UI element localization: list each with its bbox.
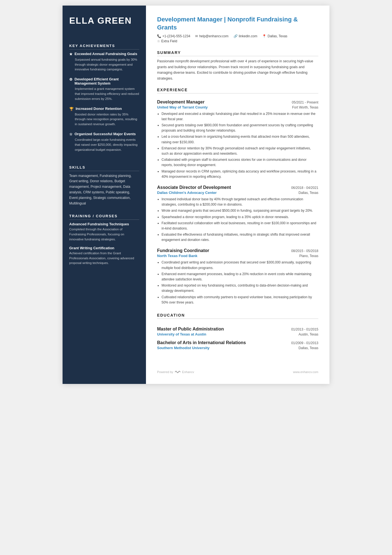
website: www.enhancv.com [293,370,318,374]
exp-org-2: Dallas Children's Advocacy Center [157,191,217,195]
edu-header-1: Master of Public Administration 01/2013 … [157,327,318,332]
bullet-1-2: Secured grants totaling over $800,000 fr… [162,123,318,133]
achievement-item-2: ⚙ Developed Efficient Grant Management S… [69,77,139,101]
training-list: Advanced Fundraising Techniques Complete… [69,222,139,270]
achievement-item-1: ★ Exceeded Annual Fundraising Goals Surp… [69,52,139,72]
exp-org-row-2: Dallas Children's Advocacy Center Dallas… [157,191,318,195]
education-section-title: EDUCATION [157,313,318,319]
contact-extra: ☆ Extra Field [157,39,177,43]
exp-header-3: Fundraising Coordinator 08/2015 - 05/201… [157,248,318,253]
achievement-desc-4: Coordinated large-scale fundraising even… [69,137,139,152]
experience-item-3: Fundraising Coordinator 08/2015 - 05/201… [157,244,318,307]
training-item-2: Grant Writing Certification Achieved cer… [69,246,139,266]
main-content: Development Manager | Nonprofit Fundrais… [146,6,329,384]
edu-date-1: 01/2013 - 01/2015 [291,327,318,331]
contact-linkedin: 🔗 linkedin.com [234,34,257,38]
achievement-icon-2: ⚙ [69,77,73,82]
edu-location-2: Dallas, Texas [299,346,318,350]
candidate-name: ELLA GREEN [69,16,139,26]
edu-item-1: Master of Public Administration 01/2013 … [157,327,318,336]
achievement-item-4: ☆ Organized Successful Major Events Coor… [69,132,139,152]
exp-location-2: Dallas, Texas [299,191,318,195]
achievement-title-4: ☆ Organized Successful Major Events [69,132,139,136]
achievement-desc-3: Boosted donor retention rates by 35% thr… [69,112,139,127]
achievement-title-2: ⚙ Developed Efficient Grant Management S… [69,77,139,85]
training-section-title: TRAINING / COURSES [69,214,139,220]
powered-by: Powered by Enhancv [157,370,194,374]
extra-icon: ☆ [157,39,160,43]
experience-item-1: Development Manager 05/2021 - Present Un… [157,96,318,181]
bullet-1-4: Enhanced donor retention by 30% through … [162,146,318,156]
training-item-1: Advanced Fundraising Techniques Complete… [69,222,139,242]
edu-org-1: University of Texas at Austin [157,332,206,336]
training-desc-2: Achieved certification from the Grant Pr… [69,251,139,266]
bullet-3-1: Coordinated grant writing and submission… [162,260,318,270]
bullet-1-1: Developed and executed a strategic fundr… [162,111,318,122]
page-footer: Powered by Enhancv www.enhancv.com [157,364,318,374]
exp-bullets-3: Coordinated grant writing and submission… [157,260,318,305]
bullet-2-3: Spearheaded a donor recognition program,… [162,214,318,220]
exp-header-1: Development Manager 05/2021 - Present [157,100,318,105]
exp-date-1: 05/2021 - Present [292,100,318,104]
achievement-icon-4: ☆ [69,132,73,136]
exp-bullets-1: Developed and executed a strategic fundr… [157,111,318,179]
training-title-2: Grant Writing Certification [69,246,139,250]
exp-bullets-2: Increased individual donor base by 40% t… [157,197,318,243]
exp-title-2: Associate Director of Development [157,185,231,190]
bullet-1-5: Collaborated with program staff to docum… [162,157,318,168]
achievements-list: ★ Exceeded Annual Fundraising Goals Surp… [69,52,139,157]
bullet-3-2: Enhanced event management processes, lea… [162,272,318,282]
bullet-1-3: Led a cross-functional team in organizin… [162,134,318,145]
achievement-icon-1: ★ [69,52,73,56]
edu-date-2: 01/2009 - 01/2013 [291,341,318,345]
achievement-icon-3: 🏆 [69,107,74,111]
exp-org-row-1: United Way of Tarrant County Fort Worth,… [157,105,318,109]
edu-location-1: Austin, Texas [299,332,318,336]
skills-section-title: SKILLS [69,165,139,171]
education-list: Master of Public Administration 01/2013 … [157,323,318,353]
edu-header-2: Bachelor of Arts in International Relati… [157,340,318,345]
bullet-2-4: Facilitated successful collaboration wit… [162,221,318,231]
location-icon: 📍 [262,34,266,38]
contact-row-2: ☆ Extra Field [157,39,318,43]
contact-row: 📞 +1-(234)-555-1234 ✉ help@enhancv.com 🔗… [157,34,318,38]
achievement-title-3: 🏆 Increased Donor Retention [69,107,139,111]
enhancv-logo-icon [175,370,181,374]
skills-text: Team management, Fundraising planning, G… [69,173,139,206]
edu-degree-1: Master of Public Administration [157,327,224,332]
exp-date-2: 06/2018 - 04/2021 [291,186,318,190]
edu-org-row-1: University of Texas at Austin Austin, Te… [157,332,318,336]
exp-date-3: 08/2015 - 05/2018 [291,249,318,253]
edu-item-2: Bachelor of Arts in International Relati… [157,340,318,350]
bullet-2-1: Increased individual donor base by 40% t… [162,197,318,207]
exp-org-1: United Way of Tarrant County [157,105,208,109]
contact-location: 📍 Dallas, Texas [262,34,287,38]
training-desc-1: Completed through the Association of Fun… [69,227,139,242]
experience-section-title: EXPERIENCE [157,88,318,93]
job-title: Development Manager | Nonprofit Fundrais… [157,16,318,31]
bullet-3-4: Cultivated relationships with community … [162,295,318,305]
email-icon: ✉ [195,34,198,38]
bullet-2-5: Evaluated the effectiveness of fundraisi… [162,232,318,243]
contact-email: ✉ help@enhancv.com [195,34,228,38]
resume-container: ELLA GREEN KEY ACHIEVEMENTS ★ Exceeded A… [63,6,329,384]
exp-title-3: Fundraising Coordinator [157,248,209,253]
achievements-section-title: KEY ACHIEVEMENTS [69,44,139,50]
training-title-1: Advanced Fundraising Techniques [69,222,139,226]
exp-location-3: Plano, Texas [299,254,319,258]
edu-degree-2: Bachelor of Arts in International Relati… [157,340,246,345]
achievement-title-1: ★ Exceeded Annual Fundraising Goals [69,52,139,56]
sidebar-footer [69,366,139,374]
exp-org-row-3: North Texas Food Bank Plano, Texas [157,254,318,258]
bullet-2-2: Wrote and managed grants that secured $5… [162,208,318,213]
achievement-desc-2: Implemented a grant management system th… [69,87,139,101]
phone-icon: 📞 [157,34,161,38]
summary-section-title: SUMMARY [157,50,318,56]
experience-item-2: Associate Director of Development 06/201… [157,181,318,245]
achievement-item-3: 🏆 Increased Donor Retention Boosted dono… [69,107,139,127]
sidebar: ELLA GREEN KEY ACHIEVEMENTS ★ Exceeded A… [63,6,146,384]
exp-location-1: Fort Worth, Texas [292,105,318,109]
exp-header-2: Associate Director of Development 06/201… [157,185,318,190]
contact-phone: 📞 +1-(234)-555-1234 [157,34,190,38]
linkedin-icon: 🔗 [234,34,238,38]
